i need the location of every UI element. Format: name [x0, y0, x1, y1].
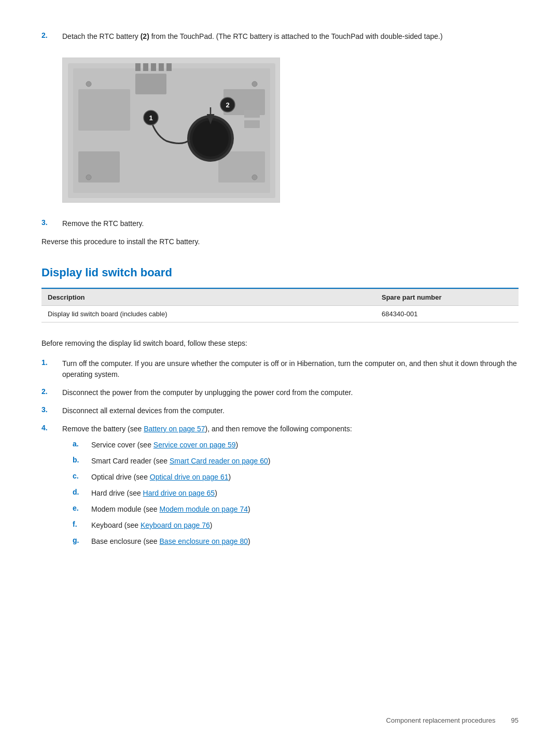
- sub-step-g: g. Base enclosure (see Base enclosure on…: [73, 536, 519, 547]
- removal-step-1-text: Turn off the computer. If you are unsure…: [62, 358, 519, 380]
- removal-step-1-content: Turn off the computer. If you are unsure…: [62, 358, 519, 380]
- sub-letter-d: d.: [73, 488, 91, 499]
- sub-d-text-before: Hard drive (see: [91, 489, 143, 497]
- sub-e-text-after: ): [248, 505, 250, 513]
- base-enclosure-link[interactable]: Base enclosure on page 80: [160, 537, 248, 545]
- sub-step-d-content: Hard drive (see Hard drive on page 65): [91, 488, 519, 499]
- keyboard-link[interactable]: Keyboard on page 76: [141, 521, 210, 529]
- removal-step-3-number: 3.: [41, 405, 62, 416]
- modem-module-link[interactable]: Modem module on page 74: [160, 505, 248, 513]
- spare-parts-table: Description Spare part number Display li…: [41, 289, 519, 322]
- step-2-text-before: Detach the RTC battery: [62, 32, 141, 40]
- sub-step-e: e. Modem module (see Modem module on pag…: [73, 504, 519, 515]
- before-steps-text: Before removing the display lid switch b…: [41, 338, 519, 349]
- step-3-number: 3.: [41, 218, 62, 229]
- svg-text:1: 1: [149, 114, 152, 122]
- removal-step-2-number: 2.: [41, 387, 62, 398]
- sub-letter-a: a.: [73, 440, 91, 451]
- removal-step-4: 4. Remove the battery (see Battery on pa…: [41, 424, 519, 552]
- sub-b-text-before: Smart Card reader (see: [91, 457, 170, 465]
- battery-link[interactable]: Battery on page 57: [144, 425, 205, 433]
- removal-step-2-text: Disconnect the power from the computer b…: [62, 387, 519, 398]
- footer-page-number: 95: [511, 716, 519, 724]
- footer-left-text: Component replacement procedures: [386, 716, 496, 724]
- svg-rect-12: [166, 63, 172, 71]
- svg-text:2: 2: [226, 101, 229, 109]
- sub-c-text-before: Optical drive (see: [91, 473, 150, 481]
- sub-step-d: d. Hard drive (see Hard drive on page 65…: [73, 488, 519, 499]
- step-3-text: Remove the RTC battery.: [62, 218, 519, 229]
- svg-rect-11: [159, 63, 164, 71]
- step-3-item: 3. Remove the RTC battery.: [41, 218, 519, 229]
- svg-rect-26: [244, 110, 260, 118]
- initial-steps: 2. Detach the RTC battery (2) from the T…: [41, 31, 519, 42]
- svg-rect-4: [78, 89, 130, 131]
- step-2-number: 2.: [41, 31, 62, 42]
- rtc-battery-diagram: 1 2: [62, 58, 519, 203]
- table-header-row: Description Spare part number: [41, 289, 519, 306]
- hard-drive-link[interactable]: Hard drive on page 65: [143, 489, 215, 497]
- sub-step-c: c. Optical drive (see Optical drive on p…: [73, 472, 519, 483]
- svg-rect-10: [151, 63, 156, 71]
- table-cell-description: Display lid switch board (includes cable…: [41, 306, 375, 322]
- step-2-content: Detach the RTC battery (2) from the Touc…: [62, 31, 519, 42]
- sub-g-text-after: ): [248, 537, 250, 545]
- sub-letter-f: f.: [73, 520, 91, 531]
- footer-content: Component replacement procedures 95: [386, 716, 519, 724]
- step-2-text: Detach the RTC battery (2) from the Touc…: [62, 31, 519, 42]
- sub-f-text-after: ): [210, 521, 213, 529]
- removal-step-3: 3. Disconnect all external devices from …: [41, 405, 519, 416]
- sub-a-text-after: ): [236, 441, 239, 449]
- svg-point-15: [192, 120, 229, 157]
- sub-step-g-content: Base enclosure (see Base enclosure on pa…: [91, 536, 519, 547]
- sub-step-a: a. Service cover (see Service cover on p…: [73, 440, 519, 451]
- step4-text-after: ), and then remove the following compone…: [205, 425, 352, 433]
- svg-point-22: [86, 81, 91, 87]
- sub-step-f-content: Keyboard (see Keyboard on page 76): [91, 520, 519, 531]
- sub-step-b-content: Smart Card reader (see Smart Card reader…: [91, 456, 519, 467]
- table-body: Display lid switch board (includes cable…: [41, 306, 519, 322]
- removal-step-2: 2. Disconnect the power from the compute…: [41, 387, 519, 398]
- svg-rect-27: [244, 120, 260, 128]
- table-row: Display lid switch board (includes cable…: [41, 306, 519, 322]
- step-2-item: 2. Detach the RTC battery (2) from the T…: [41, 31, 519, 42]
- reverse-procedure-text: Reverse this procedure to install the RT…: [41, 236, 519, 247]
- svg-rect-5: [135, 74, 166, 94]
- sub-step-f: f. Keyboard (see Keyboard on page 76): [73, 520, 519, 531]
- sub-step-c-content: Optical drive (see Optical drive on page…: [91, 472, 519, 483]
- diagram-svg: 1 2: [63, 58, 280, 203]
- removal-step-2-content: Disconnect the power from the computer b…: [62, 387, 519, 398]
- sub-f-text-before: Keyboard (see: [91, 521, 141, 529]
- svg-rect-9: [143, 63, 148, 71]
- removal-steps-list: 1. Turn off the computer. If you are uns…: [41, 358, 519, 552]
- svg-rect-8: [135, 63, 141, 71]
- removal-step-1: 1. Turn off the computer. If you are uns…: [41, 358, 519, 380]
- step-2-bold: (2): [141, 32, 149, 40]
- svg-point-23: [252, 81, 257, 87]
- smart-card-link[interactable]: Smart Card reader on page 60: [170, 457, 268, 465]
- table-col-spare-header: Spare part number: [375, 289, 519, 306]
- sub-steps-list: a. Service cover (see Service cover on p…: [62, 440, 519, 547]
- svg-point-24: [86, 175, 91, 180]
- step3-list: 3. Remove the RTC battery.: [41, 218, 519, 229]
- table-cell-spare-part: 684340-001: [375, 306, 519, 322]
- sub-a-text-before: Service cover (see: [91, 441, 153, 449]
- service-cover-link[interactable]: Service cover on page 59: [153, 441, 236, 449]
- removal-step-3-text: Disconnect all external devices from the…: [62, 405, 519, 416]
- sub-b-text-after: ): [268, 457, 271, 465]
- sub-letter-c: c.: [73, 472, 91, 483]
- removal-step-4-text: Remove the battery (see Battery on page …: [62, 424, 519, 434]
- table-col-description-header: Description: [41, 289, 375, 306]
- sub-letter-e: e.: [73, 504, 91, 515]
- sub-g-text-before: Base enclosure (see: [91, 537, 160, 545]
- svg-rect-3: [78, 151, 120, 182]
- sub-step-e-content: Modem module (see Modem module on page 7…: [91, 504, 519, 515]
- removal-step-4-number: 4.: [41, 424, 62, 552]
- sub-step-b: b. Smart Card reader (see Smart Card rea…: [73, 456, 519, 467]
- sub-c-text-after: ): [229, 473, 231, 481]
- optical-drive-link[interactable]: Optical drive on page 61: [150, 473, 229, 481]
- diagram-image: 1 2: [62, 58, 280, 203]
- section-heading: Display lid switch board: [41, 266, 519, 279]
- step-2-text-after: from the TouchPad. (The RTC battery is a…: [149, 32, 443, 40]
- removal-step-3-content: Disconnect all external devices from the…: [62, 405, 519, 416]
